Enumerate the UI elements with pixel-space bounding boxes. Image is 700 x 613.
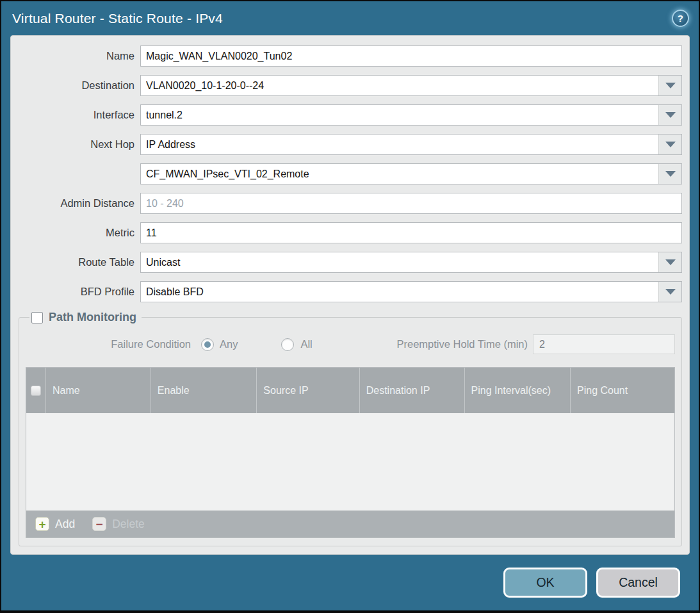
path-monitoring-title: Path Monitoring xyxy=(49,311,136,324)
title-bar: Virtual Router - Static Route - IPv4 ? xyxy=(1,1,699,35)
delete-button: − Delete xyxy=(92,517,145,531)
next-hop-address-combobox xyxy=(140,163,682,184)
bfd-profile-input[interactable] xyxy=(141,282,658,302)
column-header-ping-count: Ping Count xyxy=(570,368,674,413)
chevron-down-icon xyxy=(665,83,676,88)
interface-combobox xyxy=(140,104,682,126)
destination-row: Destination xyxy=(11,75,682,96)
column-header-name: Name xyxy=(45,368,151,413)
preemptive-hold-time-group: Preemptive Hold Time (min) xyxy=(397,334,675,354)
select-all-checkbox xyxy=(31,386,41,396)
plus-icon: + xyxy=(35,517,49,531)
chevron-down-icon xyxy=(665,142,676,147)
name-row: Name xyxy=(11,45,682,67)
admin-distance-label: Admin Distance xyxy=(11,197,140,209)
add-button[interactable]: + Add xyxy=(35,517,75,531)
delete-button-label: Delete xyxy=(112,518,145,531)
path-monitoring-section: Path Monitoring Failure Condition Any Al… xyxy=(19,311,682,546)
add-button-label: Add xyxy=(55,518,75,531)
window-title: Virtual Router - Static Route - IPv4 xyxy=(12,11,223,26)
column-header-enable: Enable xyxy=(151,368,257,413)
column-header-destination-ip: Destination IP xyxy=(359,368,464,413)
failure-condition-any-radio xyxy=(201,338,214,351)
table-toolbar: + Add − Delete xyxy=(26,511,674,537)
chevron-down-icon xyxy=(665,259,676,265)
path-monitoring-checkbox[interactable] xyxy=(31,312,43,323)
path-monitoring-table: Name Enable Source IP Destination IP Pin… xyxy=(26,367,675,538)
route-table-dropdown-button[interactable] xyxy=(658,252,681,272)
path-monitoring-legend: Path Monitoring xyxy=(29,311,142,324)
preemptive-hold-time-input xyxy=(533,334,675,354)
destination-dropdown-button[interactable] xyxy=(658,76,681,95)
metric-input[interactable] xyxy=(140,222,682,243)
destination-combobox xyxy=(140,75,682,96)
bfd-profile-combobox xyxy=(140,281,682,302)
bfd-profile-label: BFD Profile xyxy=(11,286,140,298)
minus-icon: − xyxy=(92,517,106,531)
destination-input[interactable] xyxy=(141,76,658,95)
interface-input[interactable] xyxy=(141,105,658,125)
dialog-footer: OK Cancel xyxy=(1,555,699,610)
failure-condition-row: Failure Condition Any All Preemptive Hol… xyxy=(26,334,675,354)
ok-button[interactable]: OK xyxy=(503,568,587,598)
failure-condition-any-label: Any xyxy=(220,338,238,350)
bfd-profile-dropdown-button[interactable] xyxy=(658,282,681,302)
next-hop-label: Next Hop xyxy=(11,138,140,151)
bfd-profile-row: BFD Profile xyxy=(11,281,682,302)
column-header-source-ip: Source IP xyxy=(256,368,359,413)
next-hop-dropdown-button[interactable] xyxy=(658,135,681,154)
table-header-row: Name Enable Source IP Destination IP Pin… xyxy=(26,368,674,413)
destination-label: Destination xyxy=(11,79,140,92)
admin-distance-input[interactable] xyxy=(140,193,682,214)
route-table-input[interactable] xyxy=(141,252,658,272)
failure-condition-label: Failure Condition xyxy=(26,338,191,350)
form-panel: Name Destination Interface xyxy=(10,35,690,555)
help-icon[interactable]: ? xyxy=(672,10,689,27)
next-hop-combobox xyxy=(140,134,682,155)
admin-distance-row: Admin Distance xyxy=(11,193,682,214)
failure-condition-all-label: All xyxy=(300,338,312,350)
preemptive-hold-time-label: Preemptive Hold Time (min) xyxy=(397,338,528,350)
cancel-button[interactable]: Cancel xyxy=(596,568,680,598)
interface-label: Interface xyxy=(11,109,140,121)
route-table-combobox xyxy=(140,252,682,273)
chevron-down-icon xyxy=(665,289,676,295)
next-hop-row: Next Hop xyxy=(11,134,682,155)
interface-row: Interface xyxy=(11,104,682,126)
next-hop-address-dropdown-button[interactable] xyxy=(658,164,681,184)
column-header-ping-interval: Ping Interval(sec) xyxy=(464,368,571,413)
failure-condition-all-radio xyxy=(281,338,294,351)
route-table-label: Route Table xyxy=(11,256,140,268)
next-hop-address-input[interactable] xyxy=(141,164,658,184)
name-label: Name xyxy=(11,50,140,62)
chevron-down-icon xyxy=(665,171,676,177)
interface-dropdown-button[interactable] xyxy=(658,105,681,125)
static-route-dialog: Virtual Router - Static Route - IPv4 ? N… xyxy=(0,0,700,613)
metric-row: Metric xyxy=(11,222,682,243)
next-hop-address-row xyxy=(11,163,682,184)
name-input[interactable] xyxy=(140,45,682,67)
table-body-empty xyxy=(26,413,674,511)
metric-label: Metric xyxy=(11,227,140,239)
next-hop-input[interactable] xyxy=(141,135,658,154)
route-table-row: Route Table xyxy=(11,252,682,273)
chevron-down-icon xyxy=(665,112,676,118)
